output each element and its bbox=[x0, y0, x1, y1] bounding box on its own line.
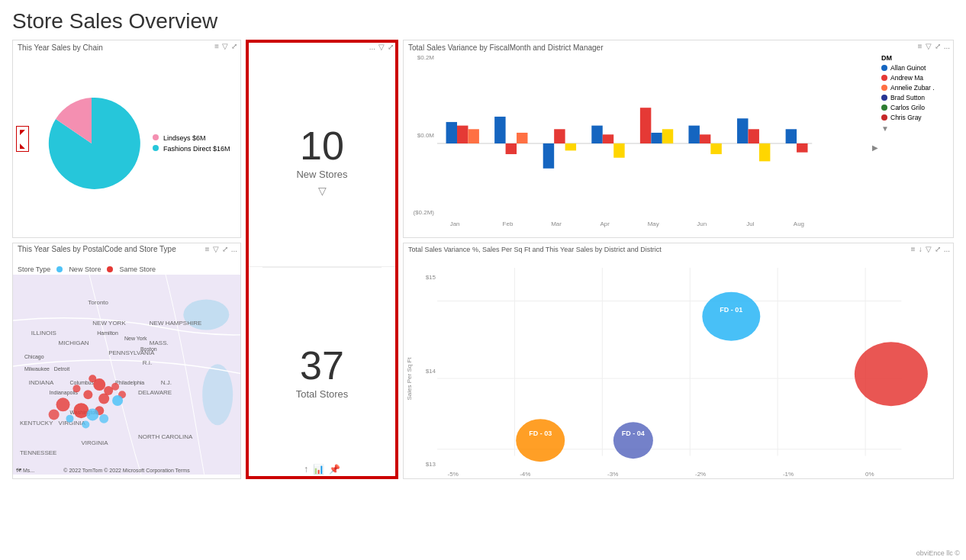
map-store-8[interactable] bbox=[56, 397, 70, 411]
kpi-up-icon[interactable]: ↑ bbox=[304, 464, 308, 475]
bar-jun-2[interactable] bbox=[700, 134, 710, 143]
bar-may-3[interactable] bbox=[662, 129, 673, 143]
bubble-down-icon[interactable]: ↓ bbox=[919, 245, 923, 253]
bar-apr-1[interactable] bbox=[591, 126, 602, 143]
bar-month-jan: Jan bbox=[450, 220, 460, 227]
map-newstore-2[interactable] bbox=[86, 408, 98, 420]
kpi-more-icon[interactable]: ... bbox=[369, 43, 375, 51]
bar-may-2[interactable] bbox=[651, 133, 662, 143]
pie-chart-svg bbox=[38, 90, 145, 197]
kpi-filter-funnel[interactable]: ▽ bbox=[318, 185, 327, 197]
pie-dot-0 bbox=[153, 134, 159, 140]
legend-label-0: Allan Guinot bbox=[890, 64, 926, 72]
bubble-menu-icon[interactable]: ≡ bbox=[911, 245, 916, 253]
bubble-fd01[interactable] bbox=[702, 292, 760, 341]
bar-expand-icon[interactable]: ⤢ bbox=[935, 42, 941, 50]
map-label-virginia2: VIRGINIA bbox=[81, 439, 108, 446]
bar-y-label-0: $0.2M bbox=[417, 54, 434, 61]
kpi-total-stores-label: Total Stores bbox=[296, 388, 349, 400]
pie-filter-icon[interactable]: ▽ bbox=[222, 42, 228, 50]
map-more-icon[interactable]: ... bbox=[231, 245, 237, 253]
kpi-chart-icon[interactable]: 📊 bbox=[313, 464, 324, 475]
map-store-9[interactable] bbox=[49, 409, 60, 420]
bar-aug-1[interactable] bbox=[786, 129, 797, 143]
bar-menu-icon[interactable]: ≡ bbox=[918, 42, 923, 50]
bubble-fd04-label: FD - 04 bbox=[622, 430, 645, 437]
bar-aug-2[interactable] bbox=[797, 143, 807, 153]
bubble-chart-content: Sales Per Sq Ft $15 $14 $13 bbox=[404, 268, 953, 479]
bar-month-jun: Jun bbox=[697, 220, 707, 227]
map-newstore-3[interactable] bbox=[99, 414, 108, 423]
bar-mar-2[interactable] bbox=[554, 129, 565, 143]
map-filter-icon[interactable]: ▽ bbox=[213, 245, 219, 253]
bar-jul-3[interactable] bbox=[759, 143, 770, 161]
legend-label-2: Annelie Zubar . bbox=[890, 84, 935, 92]
bar-jun-1[interactable] bbox=[688, 126, 699, 143]
map-expand-icon[interactable]: ⤢ bbox=[222, 245, 228, 253]
bar-apr-2[interactable] bbox=[603, 134, 613, 143]
pie-panel-title: This Year Sales by Chain bbox=[13, 40, 240, 53]
bubble-filter-icon[interactable]: ▽ bbox=[926, 245, 932, 253]
map-legend-same-dot bbox=[107, 266, 113, 272]
bar-more-icon[interactable]: ... bbox=[944, 42, 950, 50]
bar-panel: Total Sales Variance by FiscalMonth and … bbox=[403, 40, 954, 238]
bar-y-label-2: ($0.2M) bbox=[413, 209, 434, 216]
pie-menu-icon[interactable]: ≡ bbox=[214, 42, 219, 50]
bar-scroll-arrow[interactable]: ▶ bbox=[872, 143, 878, 152]
bar-jan-3[interactable] bbox=[468, 129, 478, 143]
map-label-newyork: NEW YORK bbox=[92, 320, 126, 327]
pie-expand-icon[interactable]: ⤢ bbox=[231, 42, 237, 50]
map-store-6[interactable] bbox=[83, 390, 92, 399]
pie-panel: This Year Sales by Chain ≡ ▽ ⤢ ◤ ◣ bbox=[12, 40, 241, 238]
map-store-10[interactable] bbox=[73, 403, 89, 418]
bubble-chart-area: FD - 01 FD - 02 FD - 03 FD - 04 -5% -4% bbox=[437, 268, 953, 479]
bar-apr-3[interactable] bbox=[613, 143, 624, 158]
bar-mar-3[interactable] bbox=[565, 143, 576, 150]
bar-jul-2[interactable] bbox=[748, 129, 758, 143]
legend-item-0: Allan Guinot bbox=[881, 64, 950, 72]
bar-feb-3[interactable] bbox=[517, 133, 527, 143]
bubble-x-0: -5% bbox=[448, 471, 459, 478]
map-store-7[interactable] bbox=[72, 385, 80, 392]
bubble-fd04[interactable] bbox=[613, 422, 653, 459]
pie-chart-area bbox=[38, 90, 145, 200]
kpi-filter-icon[interactable]: ▽ bbox=[378, 43, 385, 51]
legend-label-3: Brad Sutton bbox=[890, 94, 925, 101]
map-store-5[interactable] bbox=[111, 383, 119, 391]
bar-feb-2[interactable] bbox=[506, 143, 517, 154]
map-store-3[interactable] bbox=[89, 375, 96, 382]
map-city-newyork: New York bbox=[124, 336, 147, 341]
bubble-fd02[interactable] bbox=[855, 342, 928, 406]
kpi-total-stores-section: 37 Total Stores ↑ 📊 📌 bbox=[247, 268, 397, 478]
map-store-4[interactable] bbox=[98, 393, 109, 404]
map-svg: ILLINOIS INDIANA MICHIGAN NEW YORK Toron… bbox=[13, 275, 240, 475]
kpi-expand-icon[interactable]: ⤢ bbox=[388, 43, 394, 51]
map-image-container[interactable]: ILLINOIS INDIANA MICHIGAN NEW YORK Toron… bbox=[13, 275, 240, 475]
legend-dot-5 bbox=[881, 114, 887, 121]
bubble-expand-icon[interactable]: ⤢ bbox=[935, 245, 941, 253]
panels-grid: This Year Sales by Chain ≡ ▽ ⤢ ◤ ◣ bbox=[12, 40, 954, 479]
bar-jul-1[interactable] bbox=[737, 118, 748, 143]
map-newstore-1[interactable] bbox=[112, 395, 123, 406]
bar-may-1[interactable] bbox=[640, 108, 651, 143]
legend-dot-1 bbox=[881, 75, 887, 81]
map-newstore-4[interactable] bbox=[66, 415, 74, 423]
legend-item-2: Annelie Zubar . bbox=[881, 84, 950, 92]
bubble-fd03[interactable] bbox=[516, 419, 565, 462]
bar-mar-1[interactable] bbox=[543, 143, 554, 169]
legend-label-4: Carlos Grilo bbox=[890, 104, 925, 111]
bar-jun-3[interactable] bbox=[710, 143, 721, 154]
map-menu-icon[interactable]: ≡ bbox=[205, 245, 210, 253]
bar-jan-1[interactable] bbox=[446, 122, 457, 143]
bubble-more-icon[interactable]: ... bbox=[944, 245, 950, 253]
bar-jan-2[interactable] bbox=[457, 126, 468, 143]
bubble-x-5: 0% bbox=[865, 471, 874, 478]
legend-dot-0 bbox=[881, 65, 887, 71]
bar-feb-1[interactable] bbox=[494, 117, 505, 143]
bar-legend-scroll[interactable]: ▼ bbox=[881, 124, 950, 133]
map-label-ri: R.I. bbox=[143, 359, 152, 366]
bar-filter-icon[interactable]: ▽ bbox=[926, 42, 932, 50]
focus-arrows[interactable]: ◤ ◣ bbox=[16, 126, 29, 152]
map-newstore-5[interactable] bbox=[82, 421, 89, 429]
kpi-pin-icon[interactable]: 📌 bbox=[329, 464, 340, 475]
